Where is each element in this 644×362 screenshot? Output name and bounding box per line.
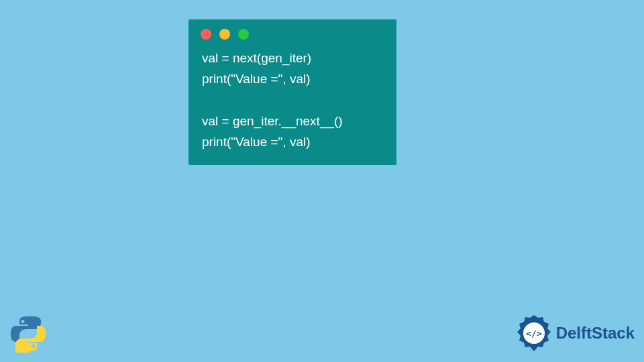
minimize-icon [219,29,230,40]
code-line: print("Value =", val) [202,135,311,149]
code-line: val = next(gen_iter) [202,51,311,65]
svg-text:</>: </> [526,328,542,339]
close-icon [201,29,211,40]
delftstack-logo: </> DelftStack [515,314,635,353]
maximize-icon [238,29,249,40]
title-bar [189,19,396,45]
code-block: val = next(gen_iter) print("Value =", va… [189,45,396,153]
code-window: val = next(gen_iter) print("Value =", va… [189,19,396,165]
brand-name: DelftStack [556,324,635,343]
delftstack-badge-icon: </> [515,314,553,353]
python-logo-icon [9,315,47,353]
code-line: print("Value =", val) [202,72,311,86]
code-line: val = gen_iter.__next__() [202,114,343,128]
